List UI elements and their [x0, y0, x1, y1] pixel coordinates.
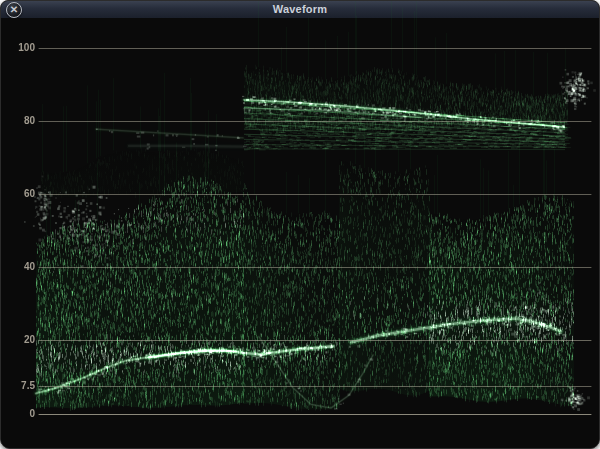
y-axis-label: 7.5	[1, 380, 35, 392]
scope-canvas	[1, 1, 600, 449]
y-axis-label: 60	[1, 188, 35, 200]
y-axis-label: 100	[1, 42, 35, 54]
y-axis-label: 0	[1, 408, 35, 420]
y-axis-labels: 100 80 60 40 20 7.5 0	[1, 18, 35, 449]
waveform-window: ✕ Waveform 100 80 60 40 20 7.5 0	[0, 0, 600, 449]
y-axis-label: 40	[1, 261, 35, 273]
y-axis-label: 80	[1, 115, 35, 127]
y-axis-label: 20	[1, 334, 35, 346]
